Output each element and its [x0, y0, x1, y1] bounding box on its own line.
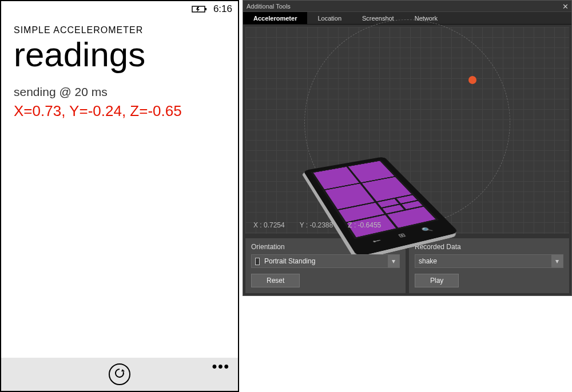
phone-emulator-screen: 6:16 SIMPLE ACCELEROMETER readings sendi…	[0, 0, 239, 392]
page-title: readings	[14, 37, 227, 73]
accelerometer-reading: X=0.73, Y=-0.24, Z=-0.65	[14, 102, 227, 120]
recorded-data-select[interactable]: shake ▾	[415, 254, 563, 268]
readout-z: Z : -0.6455	[348, 221, 381, 229]
orientation-select[interactable]: Portrait Standing ▾	[251, 254, 400, 268]
recorded-data-panel: Recorded Data shake ▾ Play	[409, 238, 569, 293]
orientation-selected: Portrait Standing	[264, 257, 315, 265]
window-titlebar[interactable]: Additional Tools ✕	[243, 1, 571, 12]
more-button[interactable]: •••	[212, 363, 230, 369]
svg-marker-3	[121, 369, 125, 371]
phone-portrait-icon	[255, 258, 260, 265]
clock: 6:16	[213, 3, 232, 15]
readout-x: X : 0.7254	[253, 221, 285, 229]
app-bar: •••	[1, 358, 238, 391]
app-title: SIMPLE ACCELEROMETER	[14, 25, 227, 35]
phone-content: SIMPLE ACCELEROMETER readings sending @ …	[1, 16, 238, 358]
chevron-down-icon: ▾	[388, 255, 399, 267]
battery-charging-icon	[192, 5, 208, 13]
phone-status-bar: 6:16	[1, 1, 238, 16]
refresh-button[interactable]	[109, 363, 130, 385]
recorded-data-selected: shake	[419, 257, 437, 265]
close-icon: ✕	[562, 2, 569, 11]
window-title: Additional Tools	[247, 3, 291, 10]
readout-y: Y : -0.2388	[300, 221, 333, 229]
svg-rect-1	[205, 8, 206, 10]
more-icon: •••	[212, 358, 230, 374]
window-close-button[interactable]: ✕	[559, 1, 571, 12]
additional-tools-window: Additional Tools ✕ Accelerometer Locatio…	[243, 0, 572, 296]
refresh-icon	[114, 367, 125, 381]
search-icon: 🔍	[420, 226, 433, 233]
windows-icon: ⊞	[396, 232, 407, 238]
gravity-indicator-dot[interactable]	[468, 76, 476, 84]
reset-button[interactable]: Reset	[251, 274, 300, 287]
xyz-readout: X : 0.7254 Y : -0.2388 Z : -0.6455	[253, 221, 381, 229]
tab-location[interactable]: Location	[307, 12, 352, 24]
accelerometer-canvas[interactable]: 🠔 ⊞ 🔍 X : 0.7254 Y : -0.2388 Z : -0.6455	[245, 27, 569, 234]
svg-marker-2	[196, 7, 200, 12]
recorded-data-label: Recorded Data	[415, 243, 563, 251]
tab-accelerometer[interactable]: Accelerometer	[243, 12, 307, 24]
sending-status: sending @ 20 ms	[14, 85, 227, 99]
chevron-down-icon: ▾	[551, 255, 563, 267]
back-icon: 🠔	[371, 237, 382, 244]
